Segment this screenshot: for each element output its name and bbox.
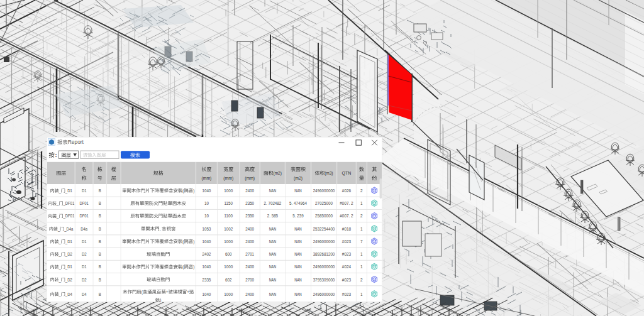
svg-text:_: _ [56, 201, 58, 206]
svg-text:B: B [99, 200, 101, 206]
svg-text:B: B [99, 291, 101, 297]
svg-text:600: 600 [225, 251, 232, 257]
svg-text:1: 1 [360, 226, 363, 232]
svg-text:_D1: _D1 [65, 264, 72, 270]
svg-text::: : [55, 152, 57, 158]
svg-text:NAN: NAN [294, 188, 302, 193]
svg-text:2335: 2335 [202, 277, 211, 283]
svg-text:2402: 2402 [202, 251, 211, 257]
svg-text:(mm): (mm) [245, 176, 255, 181]
svg-text:NAN: NAN [294, 226, 302, 232]
svg-text:1002: 1002 [224, 226, 233, 232]
svg-text:602: 602 [225, 277, 232, 283]
svg-text:27025000: 27025000 [315, 200, 333, 206]
svg-text:+: + [166, 289, 169, 295]
svg-text:NAN: NAN [269, 264, 277, 270]
svg-text:#007. 2: #007. 2 [340, 213, 353, 219]
svg-text:NAN: NAN [269, 239, 277, 244]
svg-text:#018: #018 [342, 226, 351, 232]
svg-text:#026: #026 [342, 188, 351, 193]
svg-text:1000: 1000 [224, 264, 233, 270]
svg-text:1040: 1040 [202, 188, 211, 193]
svg-text:3892681200: 3892681200 [313, 251, 335, 257]
svg-text:_D4: _D4 [65, 292, 72, 297]
svg-text:D1: D1 [82, 239, 87, 244]
svg-text:): ) [193, 264, 194, 270]
svg-text:2. 702482: 2. 702482 [264, 200, 282, 206]
svg-text:NAN: NAN [269, 251, 277, 257]
svg-text:_: _ [58, 264, 61, 270]
svg-text:2400: 2400 [245, 291, 254, 297]
svg-text:): ) [193, 239, 194, 244]
svg-text:#007. 2: #007. 2 [340, 200, 353, 206]
svg-text:1: 1 [360, 251, 363, 257]
svg-text:3795309000: 3795309000 [313, 277, 335, 283]
svg-text:,: , [160, 226, 162, 232]
svg-text:1: 1 [360, 264, 363, 270]
svg-text:_: _ [58, 239, 61, 244]
svg-text:2496000000: 2496000000 [313, 264, 335, 270]
svg-text:2496000000: 2496000000 [313, 291, 335, 297]
svg-text:7: 7 [360, 239, 363, 244]
svg-text:#023: #023 [342, 291, 351, 297]
svg-text:QTN: QTN [342, 171, 352, 176]
svg-text:B: B [99, 264, 101, 270]
svg-text:_D1: _D1 [65, 239, 72, 244]
svg-text:1040: 1040 [202, 264, 211, 270]
svg-text:2350: 2350 [245, 213, 254, 219]
svg-text:NAN: NAN [294, 264, 302, 270]
svg-text:1000: 1000 [224, 291, 233, 297]
svg-text:_DF01: _DF01 [63, 201, 75, 206]
svg-text:B: B [99, 188, 101, 193]
svg-text:NAN: NAN [294, 291, 302, 297]
svg-text:2: 2 [360, 213, 363, 219]
svg-text:1000: 1000 [224, 188, 233, 193]
svg-text:#024: #024 [342, 264, 351, 270]
svg-text:10: 10 [204, 213, 209, 219]
svg-text:2496000000: 2496000000 [313, 239, 335, 244]
svg-text:_: _ [56, 214, 58, 219]
svg-text:NAN: NAN [269, 277, 277, 283]
svg-text:2400: 2400 [245, 188, 254, 193]
svg-text:_: _ [58, 292, 61, 297]
svg-text:_DF01: _DF01 [63, 214, 75, 219]
svg-text:_: _ [58, 278, 61, 283]
svg-text:2400: 2400 [245, 226, 254, 232]
svg-text:B: B [99, 239, 101, 244]
svg-text:25850000: 25850000 [315, 213, 333, 219]
svg-text:1040: 1040 [202, 291, 211, 297]
svg-text:(mm): (mm) [201, 176, 211, 181]
svg-text:NAN: NAN [269, 188, 277, 193]
svg-text:D4a: D4a [80, 226, 87, 232]
svg-text:(m3): (m3) [325, 170, 333, 176]
svg-text:NAN: NAN [294, 251, 302, 257]
svg-text:#023: #023 [342, 251, 351, 257]
svg-text:NAN: NAN [294, 277, 302, 283]
svg-text:B: B [99, 213, 101, 219]
svg-text:2350: 2350 [245, 200, 254, 206]
svg-text:(m2): (m2) [274, 170, 282, 176]
svg-text:): ) [160, 297, 161, 303]
svg-text:_: _ [57, 227, 60, 232]
svg-text:1053: 1053 [202, 226, 211, 232]
svg-text:2400: 2400 [245, 239, 254, 244]
svg-text:10: 10 [204, 200, 209, 206]
svg-text:1: 1 [360, 200, 363, 206]
svg-text:DF01: DF01 [79, 200, 88, 206]
svg-text:_D1: _D1 [65, 188, 72, 193]
svg-text:#023: #023 [342, 239, 351, 244]
svg-text:_D4a: _D4a [64, 227, 73, 232]
svg-text:_: _ [58, 252, 61, 257]
svg-text:NAN: NAN [269, 291, 277, 297]
svg-text:1000: 1000 [224, 239, 233, 244]
svg-text:2. 585: 2. 585 [267, 213, 279, 219]
svg-text:D4: D4 [82, 291, 87, 297]
svg-text:): ) [193, 188, 194, 193]
svg-text:+: + [187, 289, 189, 295]
svg-text:_D2: _D2 [65, 252, 72, 257]
svg-text:B: B [99, 251, 101, 257]
svg-text:1100: 1100 [225, 213, 233, 219]
svg-text:5. 474964: 5. 474964 [289, 200, 307, 206]
svg-text:D1: D1 [82, 188, 87, 193]
svg-text:D2: D2 [82, 277, 87, 283]
